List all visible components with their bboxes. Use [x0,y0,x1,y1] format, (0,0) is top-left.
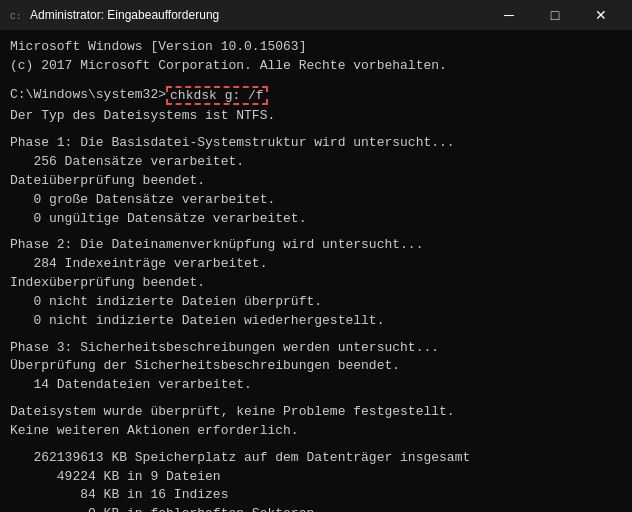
command-text: chkdsk g: /f [166,86,268,106]
fs-type-line: Der Typ des Dateisystems ist NTFS. [10,107,622,126]
cmd-icon: C: [8,7,24,23]
phase2-done: Indexüberprüfung beendet. [10,274,622,293]
phase3-data: 14 Datendateien verarbeitet. [10,376,622,395]
storage-indexes: 84 KB in 16 Indizes [10,486,622,505]
phase2-line: Phase 2: Die Dateinamenverknüpfung wird … [10,236,622,255]
storage-total: 262139613 KB Speicherplatz auf dem Daten… [10,449,622,468]
result-line2: Keine weiteren Aktionen erforderlich. [10,422,622,441]
prompt: C:\Windows\system32> [10,86,166,105]
phase2-nonindex2: 0 nicht indizierte Dateien wiederhergest… [10,312,622,331]
close-button[interactable]: ✕ [578,0,624,30]
phase1-done: Dateiüberprüfung beendet. [10,172,622,191]
phase2-nonindex1: 0 nicht indizierte Dateien überprüft. [10,293,622,312]
command-line: C:\Windows\system32>chkdsk g: /f [10,86,622,106]
title-bar-controls: ─ □ ✕ [486,0,624,30]
phase2-index: 284 Indexeinträge verarbeitet. [10,255,622,274]
version-line: Microsoft Windows [Version 10.0.15063] [10,38,622,57]
cmd-window: C: Administrator: Eingabeaufforderung ─ … [0,0,632,512]
minimize-button[interactable]: ─ [486,0,532,30]
storage-files: 49224 KB in 9 Dateien [10,468,622,487]
phase1-invalid: 0 ungültige Datensätze verarbeitet. [10,210,622,229]
console-output: Microsoft Windows [Version 10.0.15063] (… [0,30,632,512]
phase3-done: Überprüfung der Sicherheitsbeschreibunge… [10,357,622,376]
phase3-line: Phase 3: Sicherheitsbeschreibungen werde… [10,339,622,358]
phase1-large: 0 große Datensätze verarbeitet. [10,191,622,210]
title-bar-left: C: Administrator: Eingabeaufforderung [8,7,219,23]
copyright-line: (c) 2017 Microsoft Corporation. Alle Rec… [10,57,622,76]
result-line1: Dateisystem wurde überprüft, keine Probl… [10,403,622,422]
phase1-line: Phase 1: Die Basisdatei-Systemstruktur w… [10,134,622,153]
maximize-button[interactable]: □ [532,0,578,30]
storage-bad: 0 KB in fehlerhaften Sektoren [10,505,622,512]
window-title: Administrator: Eingabeaufforderung [30,8,219,22]
title-bar: C: Administrator: Eingabeaufforderung ─ … [0,0,632,30]
svg-text:C:: C: [10,11,22,22]
phase1-records: 256 Datensätze verarbeitet. [10,153,622,172]
